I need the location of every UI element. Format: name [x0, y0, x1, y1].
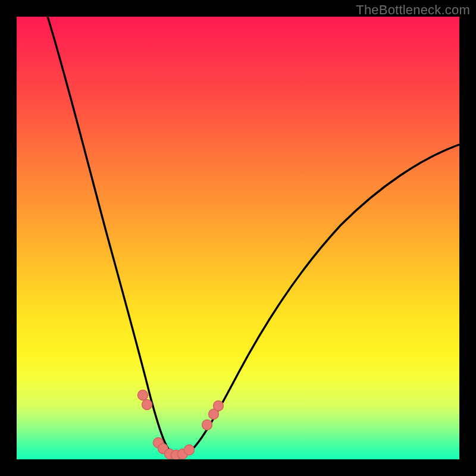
outer-frame: TheBottleneck.com — [0, 0, 476, 476]
marker — [214, 401, 224, 411]
plot-area — [17, 17, 459, 459]
bottleneck-curve — [48, 17, 459, 456]
marker — [138, 390, 148, 400]
chart-svg — [17, 17, 459, 459]
marker — [142, 400, 152, 410]
watermark-text: TheBottleneck.com — [356, 2, 470, 18]
marker — [202, 420, 212, 430]
marker — [184, 445, 195, 455]
